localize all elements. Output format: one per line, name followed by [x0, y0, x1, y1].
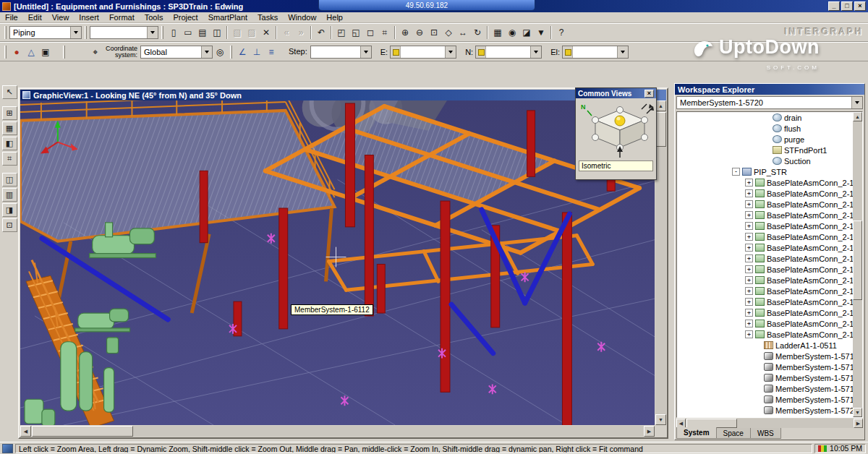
tree-item[interactable]: flush	[677, 123, 853, 134]
perpendicular-icon[interactable]: ⊥	[250, 46, 264, 59]
tree-item[interactable]: + BasePlateAsmConn_2-1-070	[677, 275, 853, 286]
coordinate-field-input[interactable]	[390, 46, 456, 59]
tree-expand-box[interactable]: +	[745, 200, 753, 208]
select-inside-icon[interactable]: ◰	[334, 26, 349, 39]
save-icon[interactable]: ▤	[195, 26, 210, 39]
panel-icon[interactable]: ◫	[2, 173, 17, 187]
tree-item[interactable]: + BasePlateAsmConn_2-1-070	[677, 329, 853, 340]
common-views-icon[interactable]: ▦	[490, 26, 505, 39]
hatch-icon[interactable]: ▥	[2, 188, 17, 202]
tree-expand-box[interactable]: +	[745, 222, 753, 230]
menu-item[interactable]: View	[47, 13, 75, 22]
snap-grid-icon[interactable]: ⌗	[378, 26, 392, 39]
scroll-right-icon[interactable]: ▶	[854, 419, 863, 428]
restore-icon[interactable]: □	[841, 1, 853, 11]
menu-item[interactable]: Project	[168, 13, 203, 22]
dropdown-arrow-icon[interactable]	[445, 46, 456, 58]
next-icon[interactable]: »	[294, 26, 308, 39]
dropdown-arrow-icon[interactable]	[70, 27, 81, 38]
grid-view-icon[interactable]: ▦	[2, 121, 17, 135]
scroll-left-icon[interactable]: ◀	[20, 426, 31, 437]
toolbar-separator[interactable]	[310, 26, 312, 39]
toolbar-separator[interactable]	[394, 26, 396, 39]
tree-item[interactable]: MemberSystem-1-5718	[677, 383, 853, 394]
workspace-tab[interactable]: WBS	[750, 428, 781, 439]
zoom-in-icon[interactable]: ⊕	[398, 26, 412, 39]
tree-item[interactable]: MemberSystem-1-57	[677, 416, 853, 417]
close-icon[interactable]: ×	[854, 1, 866, 11]
dropdown-arrow-icon[interactable]	[147, 27, 158, 38]
cut-icon[interactable]: ▧	[230, 26, 244, 39]
step-combo[interactable]	[310, 46, 372, 59]
scroll-up-icon[interactable]: ▲	[655, 100, 666, 111]
tree-item[interactable]: + BasePlateAsmConn_2-1-070	[677, 286, 853, 296]
scrollbar-thumb[interactable]	[853, 220, 862, 300]
box-select-icon[interactable]: ⊡	[2, 218, 17, 232]
scroll-right-icon[interactable]: ▶	[644, 426, 655, 437]
help-icon[interactable]: ?	[554, 26, 569, 39]
open-icon[interactable]: ▭	[181, 26, 195, 39]
workspace-tab[interactable]: System	[676, 427, 717, 439]
zoom-area-icon[interactable]: ⊡	[427, 26, 441, 39]
fence-icon[interactable]: ◻	[363, 26, 378, 39]
tree-item[interactable]: LadderA1-1-0511	[677, 340, 853, 351]
tree-item[interactable]: + BasePlateAsmConn_2-1-061	[677, 231, 853, 242]
snap-icon[interactable]: ⌗	[2, 152, 17, 166]
tree-expand-box[interactable]: -	[732, 168, 740, 176]
tree-expand-box[interactable]: +	[745, 298, 753, 306]
common-views-titlebar[interactable]: Common Views ×	[576, 88, 656, 98]
shade-icon[interactable]: ◨	[2, 203, 17, 217]
close-icon[interactable]: ×	[644, 90, 654, 98]
tree-expand-box[interactable]: +	[745, 330, 753, 338]
menu-item[interactable]: Window	[283, 13, 321, 22]
dropdown-arrow-icon[interactable]	[201, 46, 212, 58]
menu-item[interactable]: File	[0, 13, 23, 22]
plane-icon[interactable]: △	[24, 46, 38, 59]
tree-item[interactable]: MemberSystem-1-5716	[677, 361, 853, 372]
minimize-icon[interactable]: _	[828, 1, 840, 11]
tree-item[interactable]: + BasePlateAsmConn_2-1-061	[677, 220, 853, 231]
menu-item[interactable]: Tools	[140, 13, 169, 22]
scroll-down-icon[interactable]: ▼	[655, 414, 666, 425]
tree-expand-box[interactable]: +	[745, 254, 753, 262]
coordinate-lock-icon[interactable]	[391, 46, 401, 58]
tree-expand-box[interactable]: +	[745, 189, 753, 197]
toolbar-separator[interactable]	[550, 26, 552, 39]
toolbar-separator[interactable]	[226, 26, 228, 39]
tree-expand-box[interactable]: +	[745, 320, 753, 327]
tree-item[interactable]: + BasePlateAsmConn_2-1-060	[677, 177, 853, 188]
select-overlap-icon[interactable]: ◱	[349, 26, 363, 39]
render-mode-icon[interactable]: ◪	[519, 26, 534, 39]
coordinate-field-input[interactable]	[475, 46, 542, 59]
tree-item[interactable]: STFndPort1	[677, 145, 853, 155]
toolbar-separator[interactable]	[487, 26, 488, 39]
graphic-viewport[interactable]: MemberSystem-1-6112	[20, 100, 655, 425]
angle-lock-icon[interactable]: ∠	[235, 46, 250, 59]
tree-item[interactable]: MemberSystem-1-5720	[677, 405, 853, 416]
previous-icon[interactable]: «	[279, 26, 294, 39]
dropdown-arrow-icon[interactable]	[360, 46, 371, 58]
toolbar-grip[interactable]	[4, 46, 7, 59]
rotate-view-icon[interactable]: ↻	[470, 26, 485, 39]
graphic-view-titlebar[interactable]: GraphicView:1 - Looking NE (45° from N) …	[20, 90, 666, 100]
delete-icon[interactable]: ✕	[259, 26, 273, 39]
coordinate-field-input[interactable]	[562, 46, 629, 59]
toolbar-separator[interactable]	[331, 26, 332, 39]
tree-item[interactable]: MemberSystem-1-5715	[677, 351, 853, 361]
coordinate-lock-icon[interactable]	[563, 46, 573, 58]
tree-vertical-scrollbar[interactable]: ▲ ▼	[853, 112, 862, 417]
tree-item[interactable]: MemberSystem-1-5717	[677, 372, 853, 383]
tree-item[interactable]: + BasePlateAsmConn_2-1-061	[677, 253, 853, 264]
look-at-icon[interactable]: ◉	[505, 26, 519, 39]
tree-item[interactable]: + BasePlateAsmConn_2-1-061	[677, 199, 853, 210]
menu-item[interactable]: Format	[104, 13, 140, 22]
tree-expand-box[interactable]: +	[745, 309, 753, 317]
tree-expand-box[interactable]: +	[745, 287, 753, 295]
tree-item[interactable]: - PIP_STR	[677, 166, 853, 177]
select-arrow-icon[interactable]: ↖	[2, 85, 17, 99]
tree-item[interactable]: + BasePlateAsmConn_2-1-070	[677, 296, 853, 307]
tree-expand-box[interactable]: +	[745, 233, 753, 241]
workspace-filter-combo[interactable]: MemberSystem-1-5720	[676, 96, 863, 109]
filter-combo[interactable]	[90, 26, 158, 39]
tree-item[interactable]: drain	[677, 112, 853, 123]
